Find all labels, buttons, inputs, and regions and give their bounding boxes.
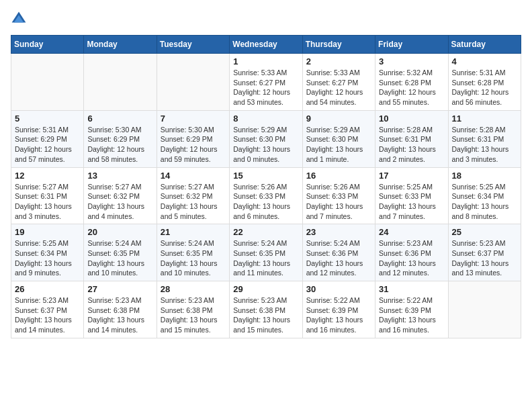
- day-number: 25: [452, 227, 517, 237]
- page-header: [11, 11, 521, 27]
- day-number: 6: [87, 113, 152, 124]
- calendar-cell: 11Sunrise: 5:28 AM Sunset: 6:31 PM Dayli…: [448, 110, 521, 167]
- day-info: Sunrise: 5:31 AM Sunset: 6:29 PM Dayligh…: [15, 125, 80, 165]
- day-info: Sunrise: 5:29 AM Sunset: 6:30 PM Dayligh…: [306, 125, 371, 165]
- day-info: Sunrise: 5:26 AM Sunset: 6:33 PM Dayligh…: [233, 182, 298, 222]
- day-info: Sunrise: 5:24 AM Sunset: 6:36 PM Dayligh…: [306, 238, 371, 278]
- calendar-cell: 24Sunrise: 5:23 AM Sunset: 6:36 PM Dayli…: [375, 224, 448, 281]
- day-info: Sunrise: 5:29 AM Sunset: 6:30 PM Dayligh…: [233, 125, 298, 165]
- weekday-header-friday: Friday: [375, 36, 448, 54]
- calendar-cell: 17Sunrise: 5:25 AM Sunset: 6:33 PM Dayli…: [375, 167, 448, 224]
- calendar-cell: 26Sunrise: 5:23 AM Sunset: 6:37 PM Dayli…: [11, 281, 84, 338]
- day-info: Sunrise: 5:27 AM Sunset: 6:31 PM Dayligh…: [15, 182, 80, 222]
- calendar-cell: 25Sunrise: 5:23 AM Sunset: 6:37 PM Dayli…: [448, 224, 521, 281]
- day-info: Sunrise: 5:22 AM Sunset: 6:39 PM Dayligh…: [306, 295, 371, 335]
- calendar-cell: 9Sunrise: 5:29 AM Sunset: 6:30 PM Daylig…: [302, 110, 375, 167]
- week-row-1: 1Sunrise: 5:33 AM Sunset: 6:27 PM Daylig…: [11, 54, 521, 111]
- day-number: 16: [306, 171, 371, 181]
- day-number: 28: [161, 284, 226, 294]
- week-row-3: 12Sunrise: 5:27 AM Sunset: 6:31 PM Dayli…: [11, 167, 521, 224]
- day-info: Sunrise: 5:25 AM Sunset: 6:34 PM Dayligh…: [452, 182, 517, 222]
- day-number: 9: [306, 113, 371, 124]
- calendar-cell: 21Sunrise: 5:24 AM Sunset: 6:35 PM Dayli…: [157, 224, 229, 281]
- day-number: 7: [161, 113, 226, 124]
- day-number: 27: [87, 284, 152, 294]
- day-number: 10: [379, 113, 444, 124]
- day-number: 24: [379, 227, 444, 237]
- weekday-header-sunday: Sunday: [11, 36, 84, 54]
- weekday-header-monday: Monday: [84, 36, 157, 54]
- day-info: Sunrise: 5:24 AM Sunset: 6:35 PM Dayligh…: [87, 238, 152, 278]
- day-number: 23: [306, 227, 371, 237]
- day-info: Sunrise: 5:23 AM Sunset: 6:37 PM Dayligh…: [15, 295, 80, 335]
- weekday-header-thursday: Thursday: [302, 36, 375, 54]
- day-info: Sunrise: 5:27 AM Sunset: 6:32 PM Dayligh…: [161, 182, 226, 222]
- calendar-cell: 19Sunrise: 5:25 AM Sunset: 6:34 PM Dayli…: [11, 224, 84, 281]
- calendar-cell: 10Sunrise: 5:28 AM Sunset: 6:31 PM Dayli…: [375, 110, 448, 167]
- day-number: 3: [379, 56, 444, 66]
- calendar-cell: 6Sunrise: 5:30 AM Sunset: 6:29 PM Daylig…: [84, 110, 157, 167]
- calendar-cell: 18Sunrise: 5:25 AM Sunset: 6:34 PM Dayli…: [448, 167, 521, 224]
- logo-icon: [11, 11, 27, 27]
- calendar-cell: 3Sunrise: 5:32 AM Sunset: 6:28 PM Daylig…: [375, 54, 448, 111]
- weekday-header-saturday: Saturday: [448, 36, 521, 54]
- day-info: Sunrise: 5:23 AM Sunset: 6:38 PM Dayligh…: [233, 295, 298, 335]
- day-number: 2: [306, 56, 371, 66]
- week-row-4: 19Sunrise: 5:25 AM Sunset: 6:34 PM Dayli…: [11, 224, 521, 281]
- day-number: 22: [233, 227, 298, 237]
- week-row-5: 26Sunrise: 5:23 AM Sunset: 6:37 PM Dayli…: [11, 281, 521, 338]
- calendar-cell: [11, 54, 84, 111]
- calendar-cell: 28Sunrise: 5:23 AM Sunset: 6:38 PM Dayli…: [157, 281, 229, 338]
- day-info: Sunrise: 5:27 AM Sunset: 6:32 PM Dayligh…: [87, 182, 152, 222]
- calendar-cell: 13Sunrise: 5:27 AM Sunset: 6:32 PM Dayli…: [84, 167, 157, 224]
- day-number: 30: [306, 284, 371, 294]
- day-number: 20: [87, 227, 152, 237]
- day-info: Sunrise: 5:23 AM Sunset: 6:38 PM Dayligh…: [161, 295, 226, 335]
- day-number: 1: [233, 56, 298, 66]
- day-number: 4: [452, 56, 517, 66]
- day-number: 5: [15, 113, 80, 124]
- calendar-cell: 31Sunrise: 5:22 AM Sunset: 6:39 PM Dayli…: [375, 281, 448, 338]
- day-number: 8: [233, 113, 298, 124]
- calendar-cell: 2Sunrise: 5:33 AM Sunset: 6:27 PM Daylig…: [302, 54, 375, 111]
- day-info: Sunrise: 5:23 AM Sunset: 6:37 PM Dayligh…: [452, 238, 517, 278]
- calendar-cell: 4Sunrise: 5:31 AM Sunset: 6:28 PM Daylig…: [448, 54, 521, 111]
- day-number: 17: [379, 171, 444, 181]
- weekday-header-wednesday: Wednesday: [230, 36, 302, 54]
- calendar-cell: 30Sunrise: 5:22 AM Sunset: 6:39 PM Dayli…: [302, 281, 375, 338]
- day-info: Sunrise: 5:30 AM Sunset: 6:29 PM Dayligh…: [87, 125, 152, 165]
- calendar-cell: 22Sunrise: 5:24 AM Sunset: 6:35 PM Dayli…: [230, 224, 302, 281]
- calendar-cell: 29Sunrise: 5:23 AM Sunset: 6:38 PM Dayli…: [230, 281, 302, 338]
- calendar-cell: 14Sunrise: 5:27 AM Sunset: 6:32 PM Dayli…: [157, 167, 229, 224]
- weekday-header-tuesday: Tuesday: [157, 36, 229, 54]
- calendar-cell: 16Sunrise: 5:26 AM Sunset: 6:33 PM Dayli…: [302, 167, 375, 224]
- calendar-cell: 1Sunrise: 5:33 AM Sunset: 6:27 PM Daylig…: [230, 54, 302, 111]
- day-number: 15: [233, 171, 298, 181]
- calendar-cell: 23Sunrise: 5:24 AM Sunset: 6:36 PM Dayli…: [302, 224, 375, 281]
- weekday-header-row: SundayMondayTuesdayWednesdayThursdayFrid…: [11, 36, 521, 54]
- day-number: 26: [15, 284, 80, 294]
- calendar-body: 1Sunrise: 5:33 AM Sunset: 6:27 PM Daylig…: [11, 54, 521, 338]
- calendar-cell: [448, 281, 521, 338]
- day-info: Sunrise: 5:23 AM Sunset: 6:38 PM Dayligh…: [87, 295, 152, 335]
- day-number: 31: [379, 284, 444, 294]
- day-info: Sunrise: 5:33 AM Sunset: 6:27 PM Dayligh…: [233, 68, 298, 107]
- day-info: Sunrise: 5:28 AM Sunset: 6:31 PM Dayligh…: [379, 125, 444, 165]
- day-info: Sunrise: 5:25 AM Sunset: 6:33 PM Dayligh…: [379, 182, 444, 222]
- day-number: 29: [233, 284, 298, 294]
- day-number: 21: [161, 227, 226, 237]
- calendar-cell: 15Sunrise: 5:26 AM Sunset: 6:33 PM Dayli…: [230, 167, 302, 224]
- calendar-cell: 27Sunrise: 5:23 AM Sunset: 6:38 PM Dayli…: [84, 281, 157, 338]
- day-info: Sunrise: 5:31 AM Sunset: 6:28 PM Dayligh…: [452, 68, 517, 107]
- day-number: 18: [452, 171, 517, 181]
- calendar-cell: [84, 54, 157, 111]
- calendar-cell: [157, 54, 229, 111]
- day-info: Sunrise: 5:28 AM Sunset: 6:31 PM Dayligh…: [452, 125, 517, 165]
- calendar-cell: 7Sunrise: 5:30 AM Sunset: 6:29 PM Daylig…: [157, 110, 229, 167]
- calendar-cell: 5Sunrise: 5:31 AM Sunset: 6:29 PM Daylig…: [11, 110, 84, 167]
- day-info: Sunrise: 5:26 AM Sunset: 6:33 PM Dayligh…: [306, 182, 371, 222]
- logo: [11, 11, 30, 27]
- day-number: 14: [161, 171, 226, 181]
- calendar-table: SundayMondayTuesdayWednesdayThursdayFrid…: [11, 35, 521, 338]
- day-number: 13: [87, 171, 152, 181]
